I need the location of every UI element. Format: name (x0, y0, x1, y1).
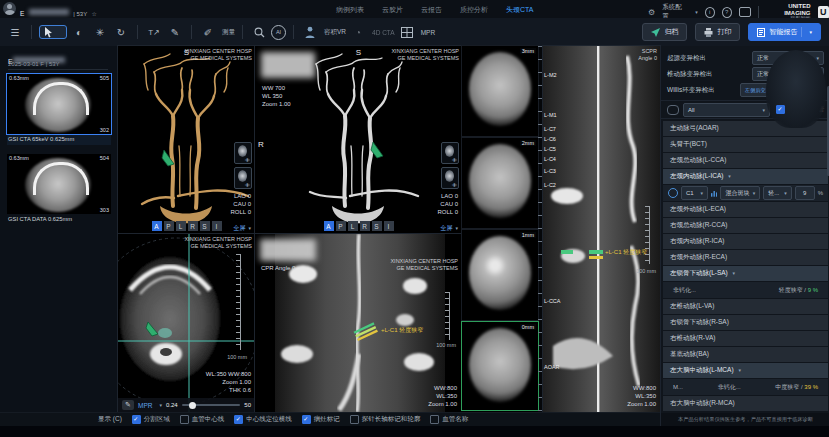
lesion-annotation[interactable]: +L-C1 轻度狭窄 (381, 326, 423, 335)
orient-p-button[interactable]: P (336, 221, 346, 231)
vessel-row-r-ica[interactable]: 右颈内动脉(R-ICA) (663, 234, 828, 249)
slice-slider[interactable] (182, 404, 241, 406)
cross-section-thumb[interactable]: 3mm (462, 46, 538, 136)
cross-section-thumb-active[interactable]: 0mm (462, 322, 538, 410)
help-icon[interactable]: ? (722, 7, 732, 18)
viewport-vr[interactable]: S XINXIANG CENTER HOSPGE MEDICAL SYSTEMS… (118, 46, 255, 234)
mpr-mode-dropdown-icon[interactable]: ▾ (159, 402, 162, 408)
vessel-row-ba[interactable]: 基底动脉(BA) (663, 347, 828, 362)
plaque-type-select[interactable]: 混合斑块▾ (720, 186, 760, 200)
gear-icon[interactable]: ⚙ (648, 8, 655, 17)
lesion-detail-l-sa[interactable]: 非钙化... 轻度狭窄 / 9 % (663, 282, 828, 298)
check-vessel-names[interactable]: 血管名称 (430, 415, 468, 424)
series-card-2[interactable]: 0.63mm 504 303 GSI CTA DATA 0.625mm (7, 154, 111, 225)
enhance-icon[interactable]: ✳ (91, 23, 109, 41)
tab-1[interactable]: 病例列表 (336, 5, 364, 15)
viewport-scpr[interactable]: SCPRAngle 0 L-M2 L-M1 L-C7 L-C6 L-C5 L-C… (543, 46, 660, 412)
eye-icon[interactable]: 👁 (452, 157, 457, 163)
pencil-tool-icon[interactable]: ✎ (122, 400, 134, 410)
vr-preset-thumb[interactable]: 👁 (441, 167, 459, 189)
tab-4[interactable]: 质控分析 (460, 5, 488, 15)
orient-l-button[interactable]: L (176, 221, 186, 231)
lesion-detail-l-mca[interactable]: M... 非钙化... 中度狭窄 / 39 % (663, 379, 828, 395)
orient-r-button[interactable]: R (188, 221, 198, 231)
rotate-icon[interactable]: ↻ (112, 23, 130, 41)
cta-4d-icon[interactable]: ◔ (349, 23, 367, 41)
layout-list-icon[interactable]: ☰ (6, 23, 24, 41)
measure-label[interactable]: 测量 (222, 28, 235, 37)
fullscreen-control[interactable]: 全屏▾ (233, 216, 251, 234)
vessel-row-l-mca[interactable]: 左大脑中动脉(L-MCA) ▾ (663, 363, 828, 378)
cross-section-thumb[interactable]: 2mm (462, 138, 538, 228)
report-dropdown-icon[interactable]: ▾ (809, 29, 812, 35)
orient-r-button[interactable]: R (360, 221, 370, 231)
check-centerline-crosshair[interactable]: 中心线定位横线 (234, 415, 292, 424)
lesion-annotation[interactable]: +L-C1 轻度狭窄 (605, 248, 647, 257)
ai-icon[interactable]: AI (271, 25, 286, 40)
vessel-row-r-cca[interactable]: 右颈总动脉(R-CCA) (663, 218, 828, 233)
vessel-row-l-cca[interactable]: 左颈总动脉(L-CCA) (663, 153, 828, 168)
cta-4d-label[interactable]: 4D CTA (372, 29, 395, 36)
stenosis-value-input[interactable]: 9 (795, 186, 815, 200)
stenosis-degree-select[interactable]: 轻...▾ (763, 186, 791, 200)
vessel-row-r-sa[interactable]: 右锁骨下动脉(R-SA) (663, 315, 828, 330)
orient-p-button[interactable]: P (164, 221, 174, 231)
mpr-layout-icon[interactable] (398, 23, 416, 41)
vessel-row-l-ica[interactable]: 左颈内动脉(L-ICA) ▾ (663, 169, 828, 184)
vessel-row-l-eca[interactable]: 左颈外动脉(L-ECA) (663, 202, 828, 217)
orient-i-button[interactable]: I (384, 221, 394, 231)
measure-icon[interactable]: ✐ (199, 23, 217, 41)
vessel-filter-select[interactable]: All▾ (683, 103, 770, 117)
vessel-row-r-va[interactable]: 右椎动脉(R-VA) (663, 331, 828, 346)
archive-button[interactable]: 归档 (642, 23, 687, 41)
series-thumbnail[interactable]: 0.63mm 504 303 (7, 154, 111, 214)
eye-icon[interactable]: 👁 (245, 182, 250, 188)
check-lesion-marks[interactable]: 病灶标记 (302, 415, 340, 424)
pencil-icon[interactable]: ✎ (166, 23, 184, 41)
text-annotation-icon[interactable]: T↗ (145, 23, 163, 41)
eye-icon[interactable]: 👁 (452, 182, 457, 188)
vessel-row-r-mca[interactable]: 右大脑中动脉(R-MCA) (663, 396, 828, 411)
orient-s-button[interactable]: S (372, 221, 382, 231)
vessel-row-r-eca[interactable]: 右颈外动脉(R-ECA) (663, 250, 828, 265)
orient-a-button[interactable]: A (152, 221, 162, 231)
tab-head-neck-cta[interactable]: 头颈CTA (506, 5, 533, 15)
tab-2[interactable]: 云胶片 (382, 5, 403, 15)
vessel-filter-icon[interactable] (667, 105, 679, 115)
check-segmentation[interactable]: 分割区域 (132, 415, 170, 424)
viewport-cpr[interactable]: CPR Angle 0 XINXIANG CENTER HOSPGE MEDIC… (255, 234, 462, 412)
volume-vr-icon[interactable] (301, 23, 319, 41)
message-icon[interactable] (739, 7, 752, 17)
eye-icon[interactable]: 👁 (245, 157, 250, 163)
viewport-axial[interactable]: XINXIANG CENTER HOSPGE MEDICAL SYSTEMS 1… (118, 234, 255, 412)
star-icon[interactable]: ☆ (92, 11, 97, 17)
show-all-vessels-checkbox[interactable] (776, 105, 785, 114)
tab-3[interactable]: 云报告 (421, 5, 442, 15)
orient-l-button[interactable]: L (348, 221, 358, 231)
bar-chart-icon[interactable] (711, 189, 717, 198)
vr-preset-thumb[interactable]: 👁 (234, 142, 252, 164)
mpr-mode-label[interactable]: MPR (138, 402, 152, 409)
orient-s-button[interactable]: S (200, 221, 210, 231)
check-probe-contour[interactable]: 探针长轴标记和轮廓 (350, 415, 421, 424)
volume-vr-label[interactable]: 容积VR (324, 28, 346, 37)
magnifier-icon[interactable] (250, 23, 268, 41)
vessel-row-bct[interactable]: 头臂干(BCT) (663, 137, 828, 152)
check-centerline[interactable]: 血管中心线 (180, 415, 225, 424)
chevron-down-icon[interactable]: ▾ (695, 9, 698, 15)
slider-knob[interactable] (189, 402, 196, 409)
segment-select[interactable]: C1▾ (681, 186, 708, 200)
vr-preset-thumb[interactable]: 👁 (441, 142, 459, 164)
vr-preset-thumb[interactable]: 👁 (234, 167, 252, 189)
orient-a-button[interactable]: A (324, 221, 334, 231)
vessel-row-l-sa[interactable]: 左锁骨下动脉(L-SA) ▾ (663, 266, 828, 281)
viewport-mip[interactable]: WW 700WL 350Zoom 1.00 S R XINXIANG CENTE… (255, 46, 462, 234)
series-thumbnail[interactable]: 0.63mm 505 302 (7, 74, 111, 134)
window-level-icon[interactable]: ◐ (70, 23, 88, 41)
vessel-row-l-va[interactable]: 左椎动脉(L-VA) (663, 299, 828, 314)
fullscreen-control[interactable]: 全屏▾ (440, 216, 458, 234)
smart-report-button[interactable]: 智能报告 ▾ (748, 23, 821, 41)
target-icon[interactable] (668, 188, 678, 198)
series-card-1[interactable]: 0.63mm 505 302 GSI CTA 65keV 0.625mm (7, 74, 111, 145)
orient-i-button[interactable]: I (212, 221, 222, 231)
